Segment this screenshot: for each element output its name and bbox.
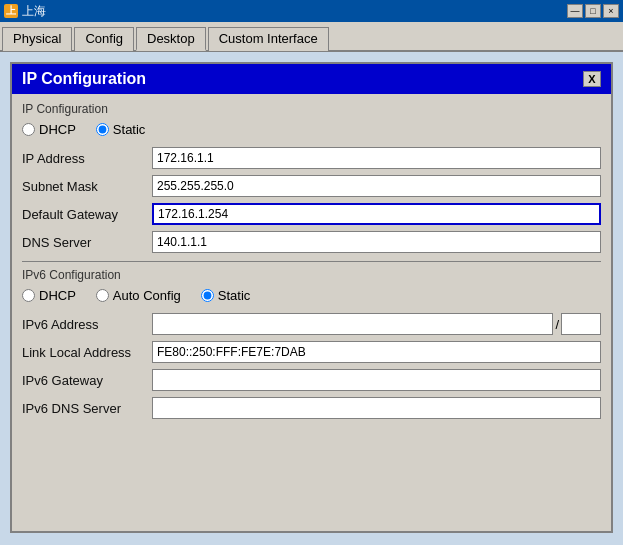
title-bar: 上 上海 — □ × [0, 0, 623, 22]
ipv4-static-radio[interactable] [96, 123, 109, 136]
ipv6-gateway-label: IPv6 Gateway [22, 373, 152, 388]
ipv6-dns-server-input[interactable] [152, 397, 601, 419]
dns-server-row: DNS Server [22, 231, 601, 253]
ip-config-panel: IP Configuration X IP Configuration DHCP… [10, 62, 613, 533]
ipv6-gateway-row: IPv6 Gateway [22, 369, 601, 391]
window-icon: 上 [4, 4, 18, 18]
tab-desktop[interactable]: Desktop [136, 27, 206, 51]
ip-address-label: IP Address [22, 151, 152, 166]
ip-address-input[interactable] [152, 147, 601, 169]
default-gateway-row: Default Gateway [22, 203, 601, 225]
dns-server-input[interactable] [152, 231, 601, 253]
ip-config-header: IP Configuration X [12, 64, 611, 94]
ipv4-static-option[interactable]: Static [96, 122, 146, 137]
ipv4-dhcp-label: DHCP [39, 122, 76, 137]
ipv4-dhcp-radio[interactable] [22, 123, 35, 136]
ipv6-static-label: Static [218, 288, 251, 303]
subnet-mask-label: Subnet Mask [22, 179, 152, 194]
default-gateway-label: Default Gateway [22, 207, 152, 222]
main-content: IP Configuration X IP Configuration DHCP… [0, 52, 623, 543]
ipv6-static-radio[interactable] [201, 289, 214, 302]
ipv6-address-label: IPv6 Address [22, 317, 152, 332]
ipv6-autoconfig-radio[interactable] [96, 289, 109, 302]
ipv6-autoconfig-label: Auto Config [113, 288, 181, 303]
ip-address-row: IP Address [22, 147, 601, 169]
title-bar-left: 上 上海 [4, 3, 46, 20]
minimize-button[interactable]: — [567, 4, 583, 18]
ipv6-radio-group: DHCP Auto Config Static [22, 288, 601, 303]
ipv6-dhcp-label: DHCP [39, 288, 76, 303]
maximize-button[interactable]: □ [585, 4, 601, 18]
ipv4-dhcp-option[interactable]: DHCP [22, 122, 76, 137]
ipv6-section-label: IPv6 Configuration [22, 268, 601, 282]
ipv4-section-label: IP Configuration [22, 102, 601, 116]
title-bar-controls: — □ × [567, 4, 619, 18]
ipv6-dhcp-radio[interactable] [22, 289, 35, 302]
ip-config-title: IP Configuration [22, 70, 146, 88]
ip-config-close-button[interactable]: X [583, 71, 601, 87]
ipv6-section: IPv6 Configuration DHCP Auto Config Stat… [22, 261, 601, 419]
subnet-mask-input[interactable] [152, 175, 601, 197]
ipv6-dns-server-label: IPv6 DNS Server [22, 401, 152, 416]
dns-server-label: DNS Server [22, 235, 152, 250]
ipv6-static-option[interactable]: Static [201, 288, 251, 303]
tab-bar: Physical Config Desktop Custom Interface [0, 22, 623, 52]
tab-config[interactable]: Config [74, 27, 134, 51]
ipv6-address-input[interactable] [152, 313, 553, 335]
ipv6-dns-server-row: IPv6 DNS Server [22, 397, 601, 419]
ipv6-autoconfig-option[interactable]: Auto Config [96, 288, 181, 303]
ipv6-prefix-input[interactable] [561, 313, 601, 335]
ipv6-gateway-input[interactable] [152, 369, 601, 391]
ipv4-radio-group: DHCP Static [22, 122, 601, 137]
link-local-address-input[interactable] [152, 341, 601, 363]
link-local-address-label: Link Local Address [22, 345, 152, 360]
ipv6-address-row: IPv6 Address / [22, 313, 601, 335]
close-button[interactable]: × [603, 4, 619, 18]
link-local-address-row: Link Local Address [22, 341, 601, 363]
ipv6-slash: / [555, 317, 559, 332]
tab-custom-interface[interactable]: Custom Interface [208, 27, 329, 51]
tab-physical[interactable]: Physical [2, 27, 72, 51]
panel-body: IP Configuration DHCP Static IP Address … [12, 94, 611, 433]
subnet-mask-row: Subnet Mask [22, 175, 601, 197]
ipv4-static-label: Static [113, 122, 146, 137]
ipv6-dhcp-option[interactable]: DHCP [22, 288, 76, 303]
default-gateway-input[interactable] [152, 203, 601, 225]
window-title: 上海 [22, 3, 46, 20]
